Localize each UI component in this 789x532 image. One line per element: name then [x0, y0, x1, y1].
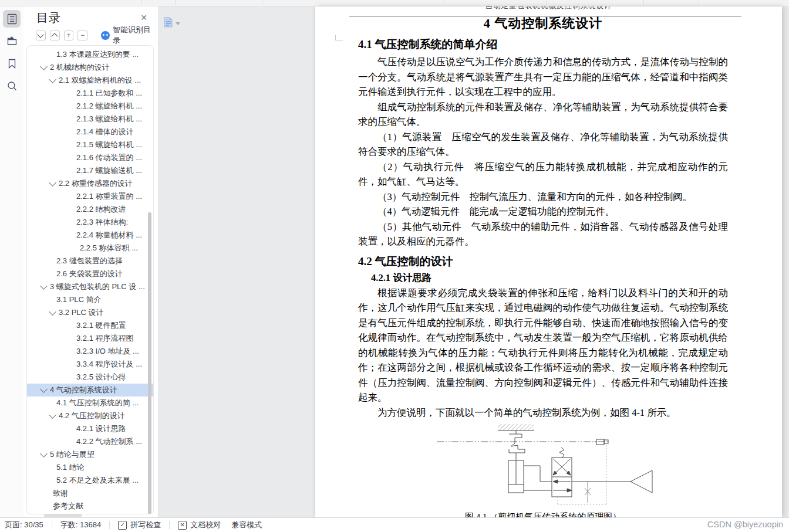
toc-item[interactable]: 2.2 称重传感器的设计: [27, 177, 153, 190]
toc-item[interactable]: 4.2.2 气动控制系 ...: [27, 435, 153, 448]
ribbon-separator: [141, 0, 141, 5]
toc-item[interactable]: 3.2.3 I/O 地址及 ...: [27, 345, 153, 358]
toc-item[interactable]: 5.2 不足之处及未来展 ...: [27, 474, 153, 487]
toc-panel-button[interactable]: [3, 10, 21, 28]
toc-item[interactable]: 4.2 气压控制的设计: [27, 409, 153, 422]
bookmark-icon: [6, 58, 18, 69]
toc-item[interactable]: 2.3 缝包装置的选择: [27, 255, 153, 267]
search-panel-button[interactable]: [3, 77, 21, 94]
doc-content: 4 气动控制系统设计4.1 气压控制系统的简单介绍气压传动是以压说空气为工作介质…: [358, 13, 728, 517]
paragraph: 根据课题要求必须完成夹袋装置的伸张和压缩，给料门以及料斗门的关和开的动作，这几个…: [358, 286, 728, 405]
toc-item-label: 2.2.4 称量桶材料 ...: [76, 229, 142, 242]
chevron-down-icon: [38, 31, 44, 38]
toc-item[interactable]: 2.1.2 螺旋给料机 ...: [27, 100, 153, 113]
zoom-in-button[interactable]: +: [64, 31, 74, 40]
toc-item-label: 5.2 不足之处及未来展 ...: [56, 474, 139, 487]
toc-item-label: 2.2.5 称体容积 ...: [80, 242, 138, 255]
toc-item-label: 参考文献: [53, 500, 83, 513]
toc-item[interactable]: 3.1 PLC 简介: [27, 293, 153, 306]
toc-item[interactable]: 3.2.1 程序流程图: [27, 332, 153, 345]
toc-item[interactable]: 2.1.4 槽体的设计: [27, 126, 153, 138]
toc-item-label: 3.3.4 程序设计及 ...: [76, 358, 142, 371]
page-tool-button[interactable]: [164, 17, 180, 30]
sidebar-scroll-tab[interactable]: [44, 514, 82, 517]
toc-item[interactable]: 2.1.6 传动装置的 ...: [27, 151, 153, 164]
paragraph: （1）气源装置 压缩空气的发生装置及储存、净化等辅助装置，为气动系统提供符合要求…: [358, 130, 728, 160]
toc-panel: 1.3 本课题应达到的要 ...2 机械结构的设计2.1 双螺旋给料机的设 ..…: [26, 45, 154, 514]
chevron-down-icon[interactable]: [49, 411, 56, 419]
smart-toc-button[interactable]: 智能识别目录: [101, 25, 158, 46]
toc-item[interactable]: 2.2.5 称体容积 ...: [27, 242, 153, 255]
heading: 4.2.1 设计思路: [371, 272, 728, 284]
proofread-toggle[interactable]: ✕ 文档校对: [170, 520, 229, 530]
compat-mode-label: 兼容模式: [229, 520, 270, 530]
toc-item-label: 1.3 本课题应达到的要 ...: [56, 48, 139, 61]
toc-item[interactable]: 参考文献: [27, 500, 153, 513]
paragraph: （4）气动逻辑元件 能完成一定逻辑功能的控制元件。: [358, 204, 728, 219]
toc-item[interactable]: 4 气动控制系统设计: [27, 384, 153, 397]
chevron-down-icon[interactable]: [40, 63, 48, 70]
ribbon-bottom-strip: [0, 0, 789, 6]
toc-item[interactable]: 2.1.7 螺旋输送机 ...: [27, 164, 153, 177]
toc-item[interactable]: 1.3 本课题应达到的要 ...: [27, 48, 153, 61]
page-header-text: 自动定量包装机机械及控制系统设计: [315, 6, 782, 11]
heading: 4.1 气压控制系统的简单介绍: [358, 37, 728, 52]
toc-item-label: 3.2.1 硬件配置: [76, 319, 126, 332]
collapse-all-button[interactable]: [36, 31, 46, 40]
chevron-down-icon[interactable]: [40, 282, 48, 290]
toc-item[interactable]: 4.2.1 设计思路: [27, 422, 153, 435]
word-count: 字数: 13684: [52, 520, 109, 530]
toc-item-label: 2.1.5 螺旋给料机 ...: [76, 138, 142, 151]
document-area: 自动定量包装机机械及控制系统设计 4 气动控制系统设计4.1 气压控制系统的简单…: [159, 6, 789, 517]
toc-item[interactable]: 2.2.4 称量桶材料 ...: [27, 229, 153, 242]
attachment-panel-button[interactable]: [3, 32, 21, 50]
figure-caption: 图 4.1 （剪切机气压传动系统的原理图）: [358, 511, 728, 517]
toc-item[interactable]: 2.2.3 秤体结构:: [27, 216, 153, 229]
toc-item[interactable]: 2.6 夹袋装置的设计: [27, 267, 153, 280]
chevron-down-icon[interactable]: [40, 450, 48, 458]
toc-item-label: 3.2 PLC 设计: [59, 306, 104, 319]
toc-item[interactable]: 2 机械结构的设计: [27, 61, 153, 74]
expand-all-button[interactable]: [50, 31, 60, 40]
figure-4-1: [358, 422, 728, 510]
toc-outline-icon: [6, 13, 18, 25]
toc-item[interactable]: 5 结论与展望: [27, 448, 153, 461]
toc-scrollbar-thumb[interactable]: [148, 212, 151, 514]
toc-item[interactable]: 3.3.4 程序设计及 ...: [27, 358, 153, 371]
spell-check-toggle[interactable]: ✓ 拼写检查: [110, 520, 169, 530]
toc-item[interactable]: 2.1.1 已知参数和 ...: [27, 87, 153, 100]
toc-item-label: 2.2.1 称重装置的 ...: [76, 190, 142, 203]
caret-down-icon: [176, 22, 180, 25]
toc-item[interactable]: 2.1 双螺旋给料机的设 ...: [27, 74, 153, 87]
toc-item[interactable]: 2.2.1 称重装置的 ...: [27, 190, 153, 203]
toc-item[interactable]: 3.2 PLC 设计: [27, 306, 153, 319]
toc-item[interactable]: 2.1.5 螺旋给料机 ...: [27, 138, 153, 151]
toc-item[interactable]: 3 螺旋式包装机的 PLC 设 ...: [27, 280, 153, 293]
chevron-down-icon[interactable]: [49, 179, 56, 187]
toc-item-label: 2.1 双螺旋给料机的设 ...: [59, 74, 141, 87]
paragraph: 气压传动是以压说空气为工作介质传递力和信息的传动方式，是流体传动与控制的一个分支…: [358, 55, 728, 100]
toc-item[interactable]: 3.2.1 硬件配置: [27, 319, 153, 332]
toc-list: 1.3 本课题应达到的要 ...2 机械结构的设计2.1 双螺旋给料机的设 ..…: [27, 48, 153, 513]
toc-item-label: 5.1 结论: [56, 461, 85, 474]
smart-toc-label: 智能识别目录: [113, 25, 158, 46]
spell-check-label: 拼写检查: [130, 520, 161, 530]
attach-folder-icon: [6, 36, 18, 47]
toc-item[interactable]: 2.2.2 结构改进: [27, 203, 153, 216]
zoom-out-button[interactable]: −: [77, 31, 87, 40]
toc-item[interactable]: 3.2.5 设计心得: [27, 371, 153, 384]
page-indicator[interactable]: 页面: 30/35: [0, 520, 52, 530]
toc-item[interactable]: 5.1 结论: [27, 461, 153, 474]
bookmark-panel-button[interactable]: [3, 55, 21, 72]
chevron-up-icon: [52, 33, 58, 39]
toc-sidebar: 目录 ✕ + − 智能识别目录 1.3 本课题应达到的要 ...2 机械结构的设…: [23, 6, 159, 517]
chevron-down-icon[interactable]: [49, 308, 56, 316]
toc-item[interactable]: 4.1 气压控制系统的简 ...: [27, 397, 153, 409]
toc-item[interactable]: 致谢: [27, 487, 153, 500]
toc-item[interactable]: 2.1.3 螺旋给料机 ...: [27, 113, 153, 126]
close-icon[interactable]: ✕: [140, 13, 147, 22]
chevron-down-icon[interactable]: [49, 76, 56, 83]
toc-item-label: 4 气动控制系统设计: [50, 384, 117, 397]
chevron-down-icon[interactable]: [40, 385, 48, 393]
search-icon: [6, 80, 18, 92]
